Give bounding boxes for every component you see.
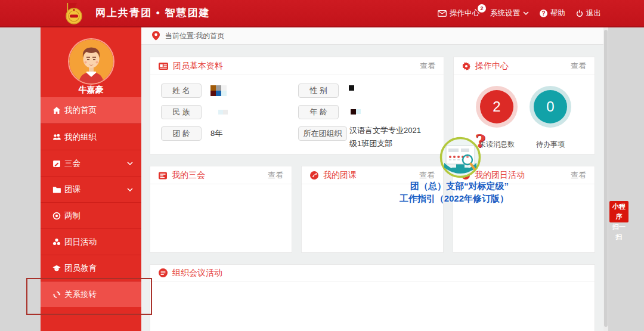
sidebar-item-label: 团员教育 bbox=[64, 263, 97, 274]
page-title: 网上共青团 • 智慧团建 bbox=[95, 0, 210, 26]
view-link[interactable]: 查看 bbox=[268, 170, 283, 181]
my-meetings-card: 我的三会 查看 bbox=[150, 166, 292, 253]
sidebar-item-two-systems[interactable]: 两制 bbox=[41, 202, 141, 228]
nav-help[interactable]: 帮助 bbox=[540, 8, 565, 18]
nav-logout[interactable]: 退出 bbox=[576, 8, 601, 18]
course-icon bbox=[310, 171, 318, 180]
field-ethnicity: 民 族 bbox=[161, 104, 228, 119]
field-label: 民 族 bbox=[161, 105, 202, 119]
view-link[interactable]: 查看 bbox=[571, 170, 586, 181]
my-league-day-card: 我的团日活动 查看 bbox=[453, 166, 595, 253]
card-title: 团员基本资料 bbox=[173, 61, 223, 72]
sidebar-item-label: 团课 bbox=[64, 184, 80, 195]
chevron-down-icon bbox=[523, 11, 529, 15]
miniprogram-scan-badge[interactable]: 小程序 扫一扫 bbox=[609, 201, 628, 222]
field-label: 性 别 bbox=[298, 83, 339, 98]
document-icon bbox=[159, 268, 168, 277]
redacted-value bbox=[218, 110, 228, 115]
redacted-value bbox=[349, 85, 354, 91]
card-title: 我的三会 bbox=[172, 170, 205, 181]
card-header: 组织会议活动 bbox=[150, 265, 595, 281]
my-courses-card: 我的团课 查看 bbox=[301, 166, 444, 253]
sidebar-item-courses[interactable]: 团课 bbox=[41, 176, 141, 202]
nav-system-settings[interactable]: 系统设置 bbox=[490, 8, 529, 18]
stat-label: 待办事项 bbox=[530, 140, 571, 150]
user-name: 牛嘉豪 bbox=[41, 85, 141, 95]
sidebar-item-label: 我的组织 bbox=[64, 132, 97, 143]
view-link[interactable]: 查看 bbox=[571, 61, 586, 72]
recycle-icon bbox=[52, 238, 61, 246]
field-value: 8年 bbox=[210, 128, 222, 139]
nav-label: 帮助 bbox=[550, 8, 565, 18]
gear-icon bbox=[462, 62, 470, 70]
calendar-icon bbox=[159, 171, 167, 180]
sidebar-item-label: 关系接转 bbox=[64, 289, 97, 300]
breadcrumb-text: 当前位置:我的首页 bbox=[165, 31, 224, 41]
card-header: 团员基本资料 查看 bbox=[150, 57, 444, 75]
sidebar-item-label: 两制 bbox=[64, 211, 80, 221]
nav-label: 退出 bbox=[586, 8, 601, 18]
view-link[interactable]: 查看 bbox=[420, 61, 435, 72]
nav-operation-center[interactable]: 操作中心 2 bbox=[438, 8, 479, 18]
field-organization: 所在团组织 bbox=[298, 126, 347, 141]
sidebar-item-label: 三会 bbox=[64, 158, 80, 169]
sidebar-item-relation-transfer[interactable]: 关系接转 bbox=[41, 281, 141, 307]
card-title: 组织会议活动 bbox=[172, 268, 222, 279]
sidebar-menu: 我的首页 我的组织 三会 bbox=[41, 97, 141, 307]
app-header: 网上共青团 • 智慧团建 操作中心 2 系统设置 帮助 bbox=[0, 0, 644, 27]
redacted-value bbox=[210, 85, 227, 96]
sidebar-item-league-day[interactable]: 团日活动 bbox=[41, 228, 141, 255]
app-root: 网上共青团 • 智慧团建 操作中心 2 系统设置 帮助 bbox=[0, 0, 644, 331]
id-card-icon bbox=[159, 63, 168, 70]
user-avatar bbox=[69, 39, 113, 83]
field-label: 年 龄 bbox=[298, 105, 339, 119]
view-link[interactable]: 查看 bbox=[419, 170, 435, 181]
badge-line2: 扫一扫 bbox=[609, 222, 628, 242]
card-title: 操作中心 bbox=[475, 61, 509, 72]
sidebar-item-label: 我的首页 bbox=[64, 105, 97, 116]
question-icon bbox=[540, 10, 547, 17]
field-name: 姓 名 bbox=[161, 83, 227, 98]
field-age: 年 龄 bbox=[298, 104, 361, 119]
users-icon bbox=[52, 133, 61, 141]
badge-line1: 小程序 bbox=[609, 202, 628, 222]
announcement-link[interactable]: 团（总）支部“对标定级” 工作指引（2022年修订版） bbox=[329, 180, 509, 205]
help-widget-button[interactable]: ? bbox=[439, 137, 481, 178]
todo-items-circle[interactable]: 0 bbox=[530, 86, 571, 128]
home-icon bbox=[52, 106, 61, 115]
breadcrumb: 当前位置:我的首页 bbox=[141, 27, 603, 45]
league-emblem-logo bbox=[61, 2, 85, 26]
field-league-age: 团 龄 8年 bbox=[161, 126, 222, 141]
field-label: 团 龄 bbox=[161, 126, 202, 141]
card-header: 我的三会 查看 bbox=[150, 166, 292, 184]
scrollbar-thumb[interactable] bbox=[604, 30, 608, 327]
chevron-down-icon bbox=[127, 162, 133, 165]
location-pin-icon bbox=[152, 31, 160, 41]
field-label: 所在团组织 bbox=[298, 126, 347, 141]
target-icon bbox=[52, 212, 61, 220]
notification-badge: 2 bbox=[478, 4, 486, 13]
sync-icon bbox=[52, 290, 61, 299]
announcement-line1: 团（总）支部“对标定级” bbox=[329, 180, 509, 192]
organization-value: 汉语言文学专业2021级1班团支部 bbox=[349, 124, 427, 150]
sidebar-item-member-education[interactable]: 团员教育 bbox=[41, 255, 141, 281]
card-title: 我的团日活动 bbox=[475, 170, 525, 181]
sidebar-item-home[interactable]: 我的首页 bbox=[41, 97, 141, 123]
chevron-down-icon bbox=[127, 188, 133, 191]
sidebar-item-organization[interactable]: 我的组织 bbox=[41, 123, 141, 150]
field-label: 姓 名 bbox=[161, 83, 202, 98]
unread-messages-circle[interactable]: 2 bbox=[476, 86, 518, 128]
vertical-scrollbar[interactable] bbox=[603, 27, 608, 331]
sidebar-item-meetings[interactable]: 三会 bbox=[41, 150, 141, 176]
org-meetings-card: 组织会议活动 bbox=[150, 264, 595, 331]
stat-value: 2 bbox=[480, 90, 513, 123]
redacted-value bbox=[351, 109, 361, 115]
nav-label: 系统设置 bbox=[490, 8, 520, 18]
edit-icon bbox=[52, 159, 61, 168]
header-nav: 操作中心 2 系统设置 帮助 退出 bbox=[438, 0, 601, 26]
member-info-card: 团员基本资料 查看 姓 名 性 别 民 族 年 龄 bbox=[150, 57, 444, 154]
field-gender: 性 别 bbox=[298, 83, 354, 98]
envelope-icon bbox=[438, 10, 447, 17]
stat-value: 0 bbox=[534, 90, 567, 123]
card-header: 操作中心 查看 bbox=[454, 57, 595, 75]
